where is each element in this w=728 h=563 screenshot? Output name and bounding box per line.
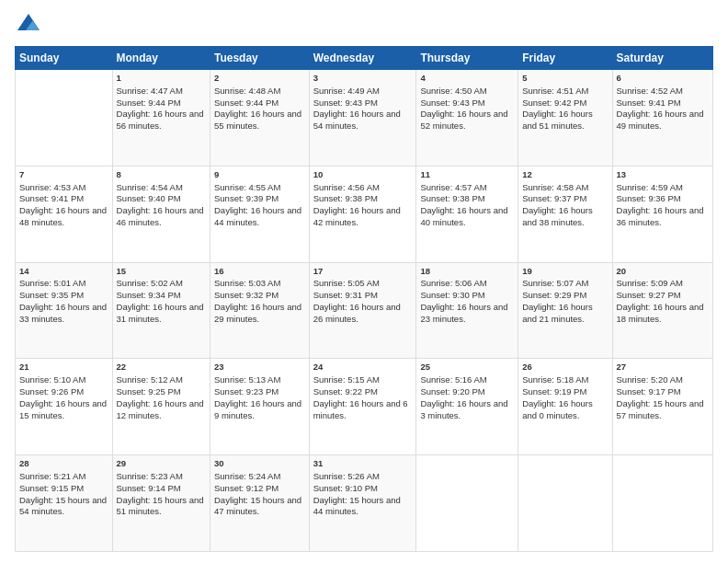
- day-number: 15: [117, 266, 206, 278]
- sunrise: Sunrise: 5:05 AM: [313, 278, 380, 288]
- cell-w4-d5: [518, 455, 612, 552]
- cell-w4-d6: [612, 455, 712, 552]
- col-header-wednesday: Wednesday: [309, 47, 416, 70]
- sunrise: Sunrise: 4:58 AM: [522, 182, 588, 192]
- sunrise: Sunrise: 5:09 AM: [617, 278, 683, 288]
- page: SundayMondayTuesdayWednesdayThursdayFrid…: [0, 0, 728, 563]
- cell-w2-d4: 18Sunrise: 5:06 AMSunset: 9:30 PMDayligh…: [416, 262, 518, 359]
- sunset: Sunset: 9:38 PM: [313, 193, 378, 203]
- day-number: 30: [214, 458, 305, 470]
- week-row-4: 21Sunrise: 5:10 AMSunset: 9:26 PMDayligh…: [16, 359, 713, 455]
- cell-w2-d0: 14Sunrise: 5:01 AMSunset: 9:35 PMDayligh…: [16, 262, 113, 359]
- daylight: Daylight: 16 hours and 56 minutes.: [117, 109, 204, 131]
- day-number: 8: [117, 169, 206, 181]
- day-number: 1: [117, 73, 206, 85]
- logo-icon: [15, 11, 42, 39]
- day-number: 19: [522, 266, 608, 278]
- daylight: Daylight: 15 hours and 51 minutes.: [117, 495, 204, 517]
- cell-w4-d1: 29Sunrise: 5:23 AMSunset: 9:14 PMDayligh…: [112, 455, 210, 552]
- sunrise: Sunrise: 5:03 AM: [214, 278, 280, 288]
- sunrise: Sunrise: 4:57 AM: [420, 182, 486, 192]
- daylight: Daylight: 16 hours and 29 minutes.: [214, 302, 301, 324]
- sunset: Sunset: 9:44 PM: [214, 98, 279, 108]
- sunrise: Sunrise: 5:07 AM: [522, 278, 588, 288]
- day-number: 16: [214, 266, 305, 278]
- cell-w0-d0: [16, 70, 113, 167]
- day-number: 9: [214, 169, 305, 181]
- daylight: Daylight: 16 hours and 36 minutes.: [617, 205, 704, 227]
- day-number: 14: [19, 266, 108, 278]
- sunset: Sunset: 9:40 PM: [117, 193, 181, 203]
- cell-w3-d1: 22Sunrise: 5:12 AMSunset: 9:25 PMDayligh…: [112, 359, 210, 455]
- sunset: Sunset: 9:10 PM: [313, 483, 378, 493]
- sunset: Sunset: 9:17 PM: [617, 386, 681, 396]
- sunset: Sunset: 9:30 PM: [420, 290, 484, 300]
- daylight: Daylight: 16 hours and 49 minutes.: [617, 109, 704, 131]
- sunrise: Sunrise: 4:49 AM: [313, 86, 380, 96]
- sunset: Sunset: 9:26 PM: [19, 386, 84, 396]
- cell-w4-d3: 31Sunrise: 5:26 AMSunset: 9:10 PMDayligh…: [309, 455, 416, 552]
- cell-w4-d4: [416, 455, 518, 552]
- week-row-3: 14Sunrise: 5:01 AMSunset: 9:35 PMDayligh…: [16, 262, 713, 359]
- cell-w4-d2: 30Sunrise: 5:24 AMSunset: 9:12 PMDayligh…: [210, 455, 310, 552]
- sunset: Sunset: 9:39 PM: [214, 193, 279, 203]
- week-row-1: 1Sunrise: 4:47 AMSunset: 9:44 PMDaylight…: [16, 70, 713, 167]
- cell-w3-d2: 23Sunrise: 5:13 AMSunset: 9:23 PMDayligh…: [210, 359, 310, 455]
- cell-w0-d6: 6Sunrise: 4:52 AMSunset: 9:41 PMDaylight…: [612, 70, 712, 167]
- sunset: Sunset: 9:43 PM: [420, 98, 484, 108]
- daylight: Daylight: 16 hours and 12 minutes.: [117, 398, 204, 420]
- sunset: Sunset: 9:15 PM: [19, 483, 84, 493]
- cell-w2-d3: 17Sunrise: 5:05 AMSunset: 9:31 PMDayligh…: [309, 262, 416, 359]
- week-row-5: 28Sunrise: 5:21 AMSunset: 9:15 PMDayligh…: [16, 455, 713, 552]
- daylight: Daylight: 15 hours and 54 minutes.: [19, 495, 107, 517]
- cell-w0-d5: 5Sunrise: 4:51 AMSunset: 9:42 PMDaylight…: [518, 70, 612, 167]
- header: [15, 11, 713, 39]
- sunrise: Sunrise: 4:53 AM: [19, 182, 85, 192]
- daylight: Daylight: 16 hours and 46 minutes.: [117, 205, 204, 227]
- sunrise: Sunrise: 4:50 AM: [420, 86, 486, 96]
- sunset: Sunset: 9:41 PM: [19, 193, 84, 203]
- cell-w1-d5: 12Sunrise: 4:58 AMSunset: 9:37 PMDayligh…: [518, 166, 612, 262]
- sunrise: Sunrise: 5:01 AM: [19, 278, 85, 288]
- cell-w3-d4: 25Sunrise: 5:16 AMSunset: 9:20 PMDayligh…: [416, 359, 518, 455]
- daylight: Daylight: 16 hours and 54 minutes.: [313, 109, 401, 131]
- daylight: Daylight: 16 hours and 44 minutes.: [214, 205, 301, 227]
- cell-w3-d0: 21Sunrise: 5:10 AMSunset: 9:26 PMDayligh…: [16, 359, 113, 455]
- day-number: 22: [117, 362, 206, 373]
- sunrise: Sunrise: 5:13 AM: [214, 374, 280, 385]
- cell-w2-d1: 15Sunrise: 5:02 AMSunset: 9:34 PMDayligh…: [112, 262, 210, 359]
- day-number: 25: [420, 362, 514, 373]
- daylight: Daylight: 16 hours and 0 minutes.: [522, 398, 593, 420]
- day-number: 29: [117, 458, 206, 470]
- sunrise: Sunrise: 5:21 AM: [19, 471, 85, 481]
- day-number: 18: [420, 266, 514, 278]
- col-header-thursday: Thursday: [416, 47, 518, 70]
- sunrise: Sunrise: 5:06 AM: [420, 278, 486, 288]
- sunset: Sunset: 9:22 PM: [313, 386, 378, 396]
- sunset: Sunset: 9:31 PM: [313, 290, 378, 300]
- cell-w2-d6: 20Sunrise: 5:09 AMSunset: 9:27 PMDayligh…: [612, 262, 712, 359]
- sunset: Sunset: 9:41 PM: [617, 98, 681, 108]
- sunrise: Sunrise: 5:12 AM: [117, 374, 183, 385]
- sunrise: Sunrise: 5:26 AM: [313, 471, 380, 481]
- cell-w0-d2: 2Sunrise: 4:48 AMSunset: 9:44 PMDaylight…: [210, 70, 310, 167]
- day-number: 27: [617, 362, 709, 373]
- daylight: Daylight: 15 hours and 57 minutes.: [617, 398, 704, 420]
- day-number: 5: [522, 73, 608, 85]
- cell-w2-d2: 16Sunrise: 5:03 AMSunset: 9:32 PMDayligh…: [210, 262, 310, 359]
- col-header-monday: Monday: [112, 47, 210, 70]
- cell-w3-d5: 26Sunrise: 5:18 AMSunset: 9:19 PMDayligh…: [518, 359, 612, 455]
- daylight: Daylight: 16 hours and 6 minutes.: [313, 398, 408, 420]
- daylight: Daylight: 16 hours and 42 minutes.: [313, 205, 401, 227]
- sunrise: Sunrise: 4:55 AM: [214, 182, 280, 192]
- cell-w1-d6: 13Sunrise: 4:59 AMSunset: 9:36 PMDayligh…: [612, 166, 712, 262]
- sunset: Sunset: 9:29 PM: [522, 290, 586, 300]
- daylight: Daylight: 16 hours and 51 minutes.: [522, 109, 593, 131]
- daylight: Daylight: 16 hours and 18 minutes.: [617, 302, 704, 324]
- cell-w2-d5: 19Sunrise: 5:07 AMSunset: 9:29 PMDayligh…: [518, 262, 612, 359]
- cell-w3-d6: 27Sunrise: 5:20 AMSunset: 9:17 PMDayligh…: [612, 359, 712, 455]
- sunset: Sunset: 9:32 PM: [214, 290, 279, 300]
- col-header-friday: Friday: [518, 47, 612, 70]
- day-number: 24: [313, 362, 413, 373]
- sunrise: Sunrise: 5:24 AM: [214, 471, 280, 481]
